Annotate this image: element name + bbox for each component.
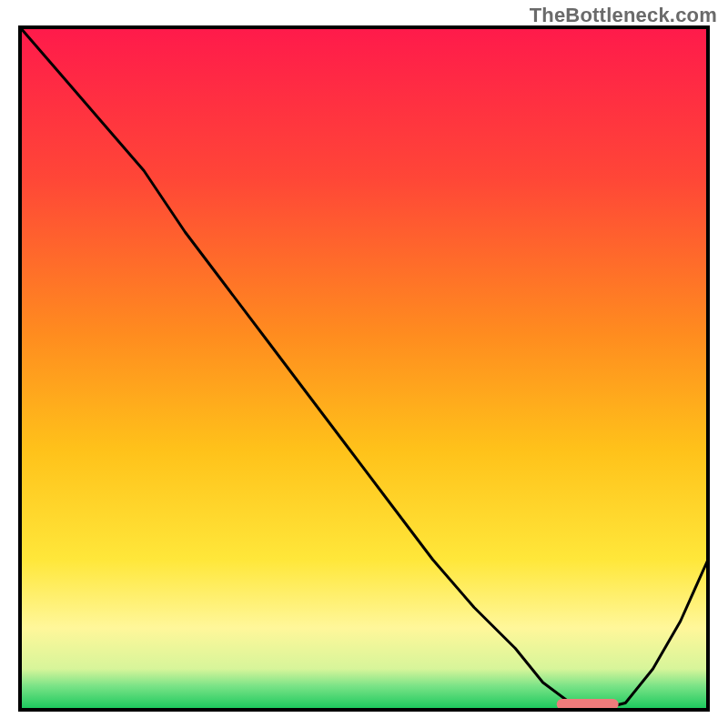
chart-background — [20, 27, 708, 710]
chart-container: TheBottleneck.com — [0, 0, 728, 728]
bottleneck-chart — [0, 0, 728, 728]
watermark-text: TheBottleneck.com — [530, 4, 717, 27]
